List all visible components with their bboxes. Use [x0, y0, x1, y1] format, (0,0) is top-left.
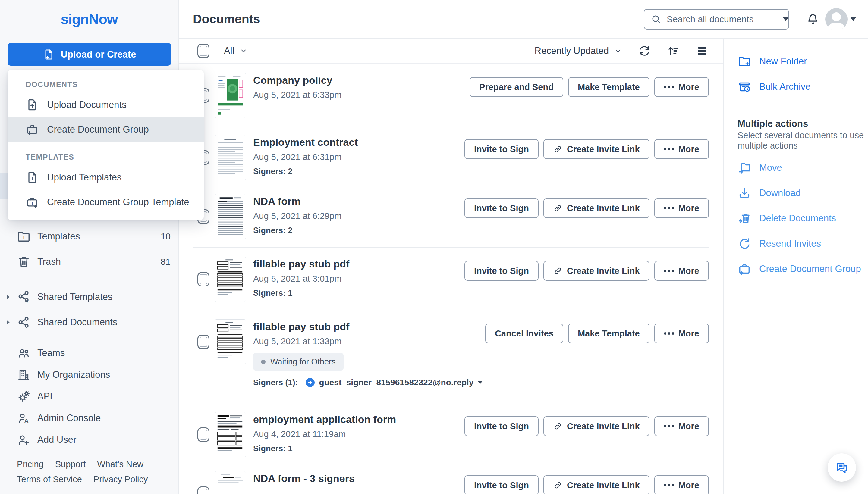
- right-action-panel: New FolderBulk Archive Multiple actions …: [723, 39, 868, 494]
- create-invite-link-button[interactable]: Create Invite Link: [543, 416, 649, 436]
- more-button[interactable]: More: [654, 324, 709, 343]
- expand-caret-icon[interactable]: [7, 295, 10, 299]
- sidebar-item-admin-console[interactable]: AAdmin Console: [0, 407, 179, 429]
- sidebar-item-label: Add User: [37, 434, 76, 445]
- panel-action-new-folder[interactable]: New Folder: [738, 49, 862, 74]
- sidebar-item-teams[interactable]: Teams: [0, 342, 179, 364]
- sidebar-item-add-user[interactable]: Add User: [0, 429, 179, 451]
- link-icon: [553, 203, 563, 213]
- document-title[interactable]: fillable pay stub pdf: [253, 320, 482, 333]
- sidebar-item-templates[interactable]: TTemplates10: [0, 224, 179, 249]
- admin-icon: A: [17, 411, 31, 425]
- button-label: Make Template: [578, 329, 640, 339]
- document-actions: Prepare and SendMake TemplateMore: [469, 77, 709, 97]
- invite-to-sign-button[interactable]: Invite to Sign: [464, 139, 539, 159]
- row-checkbox[interactable]: [198, 335, 209, 349]
- more-button[interactable]: More: [654, 475, 709, 494]
- menu-item-label: Create Document Group: [47, 124, 149, 135]
- row-checkbox[interactable]: [198, 487, 209, 494]
- create-invite-link-button[interactable]: Create Invite Link: [543, 261, 649, 281]
- row-checkbox[interactable]: [198, 428, 209, 442]
- doc-template-icon: T: [25, 171, 39, 184]
- signer-email[interactable]: guest_signer_815961582322@no.reply: [319, 378, 474, 387]
- filter-dropdown[interactable]: All: [224, 45, 247, 56]
- menu-item-create-document-group[interactable]: Create Document Group: [7, 117, 204, 142]
- panel-action-move[interactable]: Move: [738, 155, 862, 180]
- search-scope-caret-icon[interactable]: [783, 17, 789, 21]
- expand-caret-icon[interactable]: [7, 320, 10, 324]
- support-chat-button[interactable]: [828, 453, 856, 482]
- document-thumbnail[interactable]: [215, 412, 246, 457]
- document-actions: Cancel InvitesMake TemplateMore: [485, 324, 709, 343]
- prepare-and-send-button[interactable]: Prepare and Send: [469, 77, 563, 97]
- button-label: Invite to Sign: [474, 480, 529, 490]
- chat-bubbles-icon: [834, 460, 849, 475]
- select-all-checkbox[interactable]: [198, 44, 209, 58]
- avatar[interactable]: [825, 8, 848, 31]
- footer-link-what-s-new[interactable]: What's New: [97, 459, 144, 469]
- document-thumbnail[interactable]: [215, 471, 246, 494]
- panel-action-create-document-group[interactable]: Create Document Group: [738, 256, 862, 282]
- footer-link-pricing[interactable]: Pricing: [17, 459, 44, 469]
- more-button[interactable]: More: [654, 77, 709, 97]
- search-input[interactable]: [667, 14, 783, 24]
- invite-to-sign-button[interactable]: Invite to Sign: [464, 475, 539, 494]
- create-invite-link-button[interactable]: Create Invite Link: [543, 139, 649, 159]
- panel-action-bulk-archive[interactable]: Bulk Archive: [738, 74, 862, 99]
- button-label: More: [679, 480, 699, 490]
- document-thumbnail[interactable]: [215, 319, 246, 364]
- document-title[interactable]: employment application form: [253, 413, 396, 426]
- document-title[interactable]: Company policy: [253, 74, 341, 87]
- document-title[interactable]: NDA form: [253, 195, 341, 208]
- search-box[interactable]: [644, 9, 789, 30]
- document-title[interactable]: fillable pay stub pdf: [253, 257, 349, 270]
- sidebar-item-api[interactable]: API: [0, 385, 179, 407]
- button-label: More: [679, 266, 699, 276]
- menu-item-upload-documents[interactable]: Upload Documents: [7, 93, 204, 117]
- cancel-invites-button[interactable]: Cancel Invites: [485, 324, 563, 343]
- refresh-icon[interactable]: [638, 44, 651, 58]
- panel-action-download[interactable]: Download: [738, 180, 862, 206]
- footer-link-privacy-policy[interactable]: Privacy Policy: [93, 474, 148, 484]
- document-thumbnail[interactable]: [215, 135, 246, 180]
- create-invite-link-button[interactable]: Create Invite Link: [543, 198, 649, 218]
- panel-action-resend-invites[interactable]: Resend Invites: [738, 231, 862, 256]
- sidebar-item-my-organizations[interactable]: My Organizations: [0, 364, 179, 385]
- sort-order-icon[interactable]: [667, 44, 680, 58]
- more-button[interactable]: More: [654, 261, 709, 281]
- more-button[interactable]: More: [654, 139, 709, 159]
- panel-action-label: New Folder: [759, 56, 807, 67]
- document-plus-icon: [43, 49, 55, 60]
- create-invite-link-button[interactable]: Create Invite Link: [543, 475, 649, 494]
- footer-link-terms-of-service[interactable]: Terms of Service: [17, 474, 82, 484]
- document-title[interactable]: Employment contract: [253, 136, 358, 149]
- sidebar-item-trash[interactable]: Trash81: [0, 249, 179, 274]
- notifications-bell-icon[interactable]: [806, 12, 820, 26]
- row-checkbox[interactable]: [198, 272, 209, 286]
- add-user-icon: [17, 433, 31, 447]
- organization-icon: [17, 368, 31, 382]
- upload-or-create-button[interactable]: Upload or Create: [7, 43, 171, 66]
- sidebar-item-shared-documents[interactable]: Shared Documents: [0, 310, 179, 335]
- footer-link-support[interactable]: Support: [55, 459, 86, 469]
- more-button[interactable]: More: [654, 198, 709, 218]
- sidebar-item-shared-templates[interactable]: TShared Templates: [0, 284, 179, 310]
- make-template-button[interactable]: Make Template: [568, 77, 649, 97]
- make-template-button[interactable]: Make Template: [568, 324, 649, 343]
- invite-to-sign-button[interactable]: Invite to Sign: [464, 198, 539, 218]
- signer-caret-icon[interactable]: [478, 381, 482, 384]
- document-thumbnail[interactable]: [215, 194, 246, 239]
- menu-item-upload-templates[interactable]: TUpload Templates: [7, 165, 204, 190]
- document-thumbnail[interactable]: [215, 73, 246, 118]
- account-menu[interactable]: [825, 8, 856, 31]
- more-button[interactable]: More: [654, 416, 709, 436]
- menu-item-create-document-group-template[interactable]: TCreate Document Group Template: [7, 190, 204, 214]
- document-thumbnail[interactable]: [215, 256, 246, 302]
- panel-action-delete-documents[interactable]: Delete Documents: [738, 206, 862, 231]
- document-title[interactable]: NDA form - 3 signers: [253, 472, 355, 485]
- invite-to-sign-button[interactable]: Invite to Sign: [464, 416, 539, 436]
- sidebar-item-label: Teams: [37, 348, 65, 358]
- list-view-icon[interactable]: [696, 44, 709, 58]
- sort-dropdown[interactable]: Recently Updated: [535, 45, 622, 56]
- invite-to-sign-button[interactable]: Invite to Sign: [464, 261, 539, 281]
